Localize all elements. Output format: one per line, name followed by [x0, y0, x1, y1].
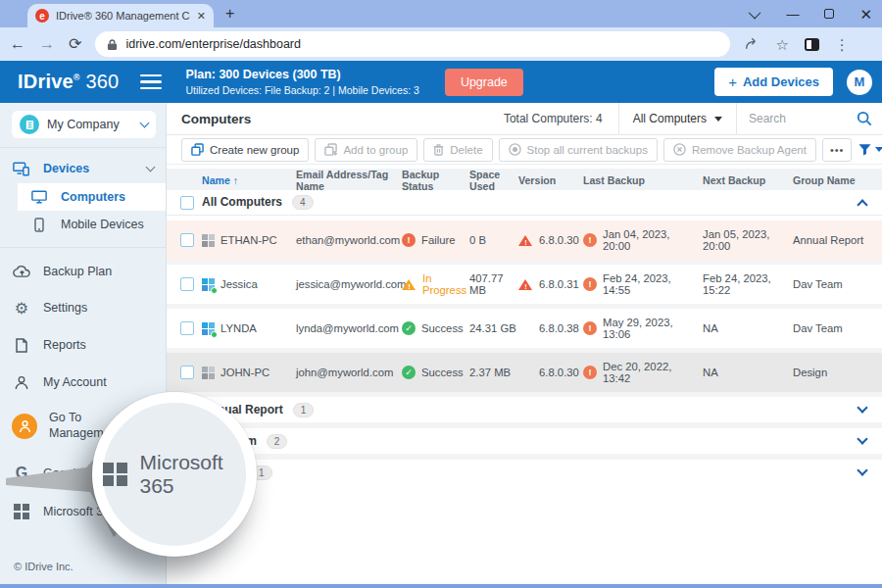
stop-backups-button[interactable]: Stop all current backups — [499, 138, 658, 162]
window-close-button[interactable]: ✕ — [859, 7, 872, 22]
expand-chevron-icon[interactable] — [857, 402, 867, 413]
checkbox[interactable] — [180, 366, 194, 379]
upgrade-button[interactable]: Upgrade — [445, 69, 523, 96]
copy-plus-icon — [324, 143, 337, 156]
sidebar-item-mobile-devices[interactable]: Mobile Devices — [18, 211, 166, 238]
column-name[interactable]: Name ↑ — [202, 174, 296, 186]
new-tab-button[interactable]: + — [225, 6, 234, 22]
add-to-group-button[interactable]: Add to group — [315, 138, 417, 162]
side-panel-icon[interactable] — [805, 38, 819, 51]
column-status[interactable]: Backup Status — [402, 169, 469, 192]
plan-summary: Plan: 300 Devices (300 TB) Utilized Devi… — [185, 66, 419, 98]
column-email[interactable]: Email Address/Tag Name — [296, 169, 402, 192]
count-badge: 4 — [292, 195, 314, 210]
collapse-chevron-icon[interactable] — [857, 199, 867, 210]
table-header-row: Name ↑ Email Address/Tag Name Backup Sta… — [167, 169, 882, 190]
remove-circle-icon — [673, 143, 686, 156]
main-content: Computers Total Computers: 4 All Compute… — [167, 103, 882, 584]
version-warning-icon — [518, 234, 533, 247]
filter-button[interactable] — [858, 142, 882, 157]
sidebar-item-reports[interactable]: Reports — [0, 326, 166, 364]
table-row[interactable]: ETHAN-PC ethan@myworld.com !Failure 0 B … — [167, 220, 882, 260]
microsoft-grid-icon — [103, 463, 127, 487]
browser-tab[interactable]: e IDrive® 360 Management Conso ✕ — [27, 4, 214, 27]
expand-chevron-icon[interactable] — [857, 465, 867, 475]
back-button[interactable]: ← — [10, 36, 25, 52]
version-warning-icon — [518, 278, 533, 291]
table-toolbar: Create new group Add to group Delete Sto… — [167, 135, 882, 165]
window-maximize-button[interactable] — [824, 9, 834, 19]
column-group[interactable]: Group Name — [793, 174, 882, 186]
checkbox[interactable] — [180, 233, 194, 247]
search-icon[interactable] — [857, 111, 872, 126]
create-group-button[interactable]: Create new group — [181, 138, 309, 162]
checkbox[interactable] — [180, 277, 194, 291]
browser-navbar: ← → ⟳ idrive.com/enterprise/dashboard ☆ … — [0, 27, 882, 61]
window-minimize-button[interactable]: — — [786, 8, 799, 21]
devices-icon — [12, 162, 31, 176]
sidebar-item-settings[interactable]: ⚙ Settings — [0, 289, 166, 326]
browser-window: e IDrive® 360 Management Conso ✕ + — ✕ ←… — [0, 0, 882, 588]
stop-circle-icon — [509, 143, 521, 156]
table-row[interactable]: Jessica jessica@myworld.com In Progress … — [167, 265, 882, 304]
total-computers: Total Computers: 4 — [488, 112, 618, 125]
success-icon: ✓ — [402, 366, 416, 379]
google-g-icon: G — [12, 465, 31, 482]
delete-button[interactable]: Delete — [423, 138, 492, 162]
forward-button[interactable]: → — [39, 36, 55, 52]
column-space[interactable]: Space Used — [469, 169, 518, 192]
url-text: idrive.com/enterprise/dashboard — [125, 37, 301, 51]
user-avatar[interactable]: M — [847, 70, 872, 95]
company-selector[interactable]: My Company — [12, 111, 156, 138]
browser-titlebar: e IDrive® 360 Management Conso ✕ + — ✕ — [0, 0, 882, 27]
share-icon[interactable] — [744, 36, 760, 52]
more-actions-button[interactable]: ••• — [822, 138, 853, 162]
table-row[interactable]: LYNDA lynda@myworld.com ✓Success 24.31 G… — [167, 309, 882, 348]
column-version[interactable]: Version — [518, 174, 583, 186]
mobile-icon — [29, 218, 49, 232]
url-bar[interactable]: idrive.com/enterprise/dashboard — [95, 31, 730, 57]
failure-icon: ! — [402, 233, 416, 247]
caret-down-icon — [714, 117, 722, 122]
expand-chevron-icon[interactable] — [857, 433, 867, 444]
group-row-all-computers[interactable]: All Computers4 — [167, 190, 882, 216]
online-dot — [211, 287, 218, 294]
backup-warning-icon: ! — [583, 233, 597, 247]
content-header: Computers Total Computers: 4 All Compute… — [167, 103, 882, 135]
scope-dropdown[interactable]: All Computers — [619, 112, 736, 125]
sidebar-item-computers[interactable]: Computers — [18, 183, 166, 211]
chevron-down-icon — [140, 119, 150, 128]
magnifier-label: Microsoft 365 — [140, 451, 247, 498]
cloud-backup-icon — [12, 265, 31, 278]
windows-offline-icon — [202, 234, 215, 247]
microsoft-grid-icon — [12, 504, 31, 519]
search-input[interactable] — [747, 111, 857, 126]
plan-line2: Utilized Devices: File Backup: 2 | Mobil… — [185, 83, 419, 98]
checkbox[interactable] — [180, 196, 194, 210]
checkbox[interactable] — [180, 321, 194, 335]
idrive-360-logo: IDrive® 360 — [18, 71, 119, 93]
tab-close-icon[interactable]: ✕ — [197, 10, 206, 23]
table-row[interactable]: JOHN-PC john@myworld.com ✓Success 2.37 M… — [167, 353, 882, 392]
reload-button[interactable]: ⟳ — [69, 36, 81, 52]
sidebar-item-backup-plan[interactable]: Backup Plan — [0, 254, 166, 289]
column-next-backup[interactable]: Next Backup — [703, 174, 793, 186]
divider — [0, 247, 166, 248]
sidebar-item-devices[interactable]: Devices — [0, 154, 166, 183]
add-devices-button[interactable]: +Add Devices — [714, 68, 833, 96]
window-menu-chevron-icon[interactable] — [749, 6, 761, 19]
browser-menu-icon[interactable]: ⋮ — [835, 37, 850, 52]
sidebar-item-my-account[interactable]: My Account — [0, 364, 166, 401]
document-icon — [12, 338, 31, 353]
group-row-annual-report[interactable]: Annual Report1 — [167, 397, 882, 422]
hamburger-menu-icon[interactable] — [140, 74, 162, 90]
plus-icon: + — [728, 74, 737, 90]
group-row-design[interactable]: Design1 — [167, 460, 882, 485]
copy-icon — [191, 143, 204, 156]
management-console-icon — [12, 414, 37, 439]
bookmark-star-icon[interactable]: ☆ — [775, 37, 788, 52]
chevron-down-icon — [146, 163, 156, 172]
remove-agent-button[interactable]: Remove Backup Agent — [663, 138, 816, 162]
group-row-dav-team[interactable]: Dav Team2 — [167, 428, 882, 454]
column-last-backup[interactable]: Last Backup — [583, 174, 703, 186]
